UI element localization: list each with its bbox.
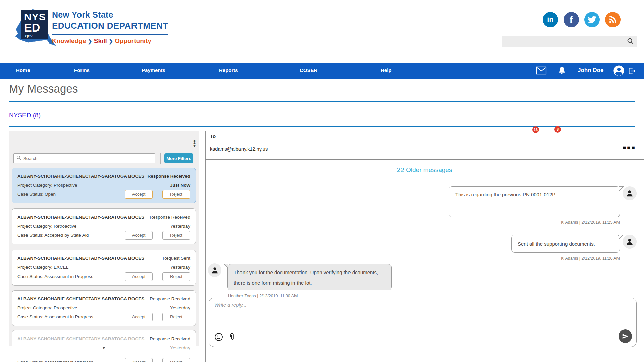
divider: [9, 126, 635, 127]
older-messages-link[interactable]: 22 Older messages: [205, 166, 644, 174]
accept-button[interactable]: Accept: [125, 231, 153, 240]
avatar: [208, 263, 221, 277]
more-options-icon[interactable]: ■■■: [623, 145, 636, 152]
tagline-knowledge: Knowledge: [52, 37, 86, 44]
twitter-icon[interactable]: [584, 12, 600, 27]
brand-tagline: Knowledge❯Skill❯Opportunity: [52, 37, 168, 45]
message-text: This is regarding the previous PN 0001-0…: [449, 187, 620, 203]
accept-button[interactable]: Accept: [125, 272, 153, 281]
nav-item-help[interactable]: Help: [381, 67, 392, 73]
card-category: Project Category: Prospective: [17, 183, 77, 188]
emoji-icon[interactable]: [214, 332, 223, 343]
tagline-chevron-icon: ❯: [86, 38, 94, 44]
avatar: [623, 186, 637, 200]
attachment-icon[interactable]: [228, 332, 236, 343]
chat-bubble-incoming: Thank you for the documentation. Upon ve…: [227, 264, 392, 290]
message-card[interactable]: ALBANY-SCHOHARIE-SCHENECTADY-SARATOGA BO…: [12, 290, 196, 326]
tagline-chevron-icon: ❯: [107, 38, 115, 44]
user-name[interactable]: John Doe: [578, 67, 603, 74]
brand-line1: New York State: [52, 10, 168, 20]
card-org: ALBANY-SCHOHARIE-SCHENECTADY-SARATOGA BO…: [17, 336, 144, 341]
composer-icons: [214, 332, 236, 343]
accept-button[interactable]: Accept: [125, 358, 153, 362]
reply-composer: [209, 298, 637, 347]
card-status: Response Received: [150, 336, 190, 341]
nav-item-forms[interactable]: Forms: [74, 67, 90, 73]
linkedin-icon[interactable]: in: [543, 12, 558, 27]
site-search-bar: [502, 36, 637, 47]
tagline-skill: Skill: [94, 37, 107, 44]
account-circle-icon[interactable]: [613, 65, 625, 78]
bubble-tail: [225, 264, 228, 268]
accept-button[interactable]: Accept: [125, 190, 153, 199]
card-status: Request Sent: [163, 256, 190, 261]
nysed-logo-square: NYS ED .gov: [21, 10, 48, 39]
mail-badge: 16: [532, 126, 539, 133]
logout-icon[interactable]: [627, 67, 636, 77]
message-card[interactable]: ALBANY-SCHOHARIE-SCHENECTADY-SARATOGA BO…: [12, 330, 196, 362]
card-org: ALBANY-SCHOHARIE-SCHENECTADY-SARATOGA BO…: [17, 256, 144, 261]
card-case-status: Case Status: Open: [17, 192, 56, 197]
page-title: My Messages: [9, 82, 78, 95]
card-category: Project Category: Prospective: [17, 305, 77, 310]
bubble-tail: [619, 187, 623, 190]
bell-icon[interactable]: [557, 66, 567, 77]
card-org: ALBANY-SCHOHARIE-SCHENECTADY-SARATOGA BO…: [17, 215, 144, 220]
to-label: To: [210, 133, 216, 139]
message-card[interactable]: ALBANY-SCHOHARIE-SCHENECTADY-SARATOGA BO…: [12, 250, 196, 286]
list-search-bar: [13, 153, 155, 163]
message-card[interactable]: ALBANY-SCHOHARIE-SCHENECTADY-SARATOGA BO…: [12, 208, 196, 244]
chat-bubble-outgoing: This is regarding the previous PN 0001-0…: [449, 186, 620, 217]
divider: [205, 159, 644, 160]
card-time: Yesterday: [170, 305, 190, 310]
card-case-status: Case Status: Assessment in Progress: [17, 314, 93, 319]
main-nav: Home Forms Payments Reports COSER Help 1…: [0, 63, 644, 79]
avatar: [623, 235, 637, 249]
rss-icon[interactable]: [605, 12, 621, 27]
search-icon: [16, 155, 21, 162]
accept-button[interactable]: Accept: [125, 313, 153, 321]
reply-input[interactable]: [214, 302, 600, 332]
card-category: Project Category: EXCEL: [17, 265, 68, 270]
nav-item-reports[interactable]: Reports: [219, 67, 238, 73]
reject-button[interactable]: Reject: [162, 313, 190, 321]
panel-kebab-menu-icon[interactable]: •••: [193, 140, 196, 147]
recipient-email: kadams@albany.k12.ny.us: [210, 146, 268, 152]
brand-line2: EDUCATION DEPARTMENT: [52, 21, 168, 35]
card-time: Yesterday: [170, 265, 190, 270]
nav-item-coser[interactable]: COSER: [300, 67, 317, 73]
message-meta: K Adams | 2/12/2019. 11:25 AM: [449, 220, 620, 225]
card-org: ALBANY-SCHOHARIE-SCHENECTADY-SARATOGA BO…: [17, 174, 144, 179]
message-text: Thank you for the documentation. Upon ve…: [228, 264, 391, 292]
site-header: NYS ED .gov New York State EDUCATION DEP…: [0, 0, 644, 63]
caret-down-icon[interactable]: ▼: [102, 345, 106, 350]
card-time: Yesterday: [170, 345, 190, 350]
nav-item-home[interactable]: Home: [16, 67, 30, 73]
reject-button[interactable]: Reject: [162, 190, 190, 199]
list-search-input[interactable]: [21, 156, 155, 161]
send-button[interactable]: [619, 329, 632, 343]
more-filters-button[interactable]: More Filters: [164, 153, 193, 163]
site-search-input[interactable]: [502, 39, 627, 44]
logo-abbr-mid: ED: [24, 22, 48, 33]
card-case-status: Case Status: Accepted by State Aid: [17, 233, 89, 238]
mail-icon[interactable]: [536, 66, 547, 76]
divider: [205, 177, 644, 177]
nav-item-payments[interactable]: Payments: [142, 67, 165, 73]
folder-link-nysed[interactable]: NYSED (8): [9, 112, 41, 119]
card-case-status: Case Status: Assessment in Progress: [17, 360, 93, 362]
reject-button[interactable]: Reject: [162, 231, 190, 240]
card-status: Response Received: [150, 296, 190, 301]
reject-button[interactable]: Reject: [162, 272, 190, 281]
tagline-opportunity: Opportunity: [115, 37, 151, 44]
search-icon[interactable]: [627, 37, 634, 46]
reject-button[interactable]: Reject: [162, 358, 190, 362]
app-root: NYS ED .gov New York State EDUCATION DEP…: [0, 0, 644, 362]
card-case-status: Case Status: Assessment in Progress: [17, 274, 93, 279]
card-time: Just Now: [170, 183, 190, 188]
facebook-icon[interactable]: f: [564, 12, 579, 27]
message-card[interactable]: ALBANY-SCHOHARIE-SCHENECTADY-SARATOGA BO…: [12, 168, 196, 203]
divider: [160, 153, 161, 164]
card-status: Response Received: [147, 174, 190, 179]
logo-abbr-top: NYS: [24, 12, 48, 22]
